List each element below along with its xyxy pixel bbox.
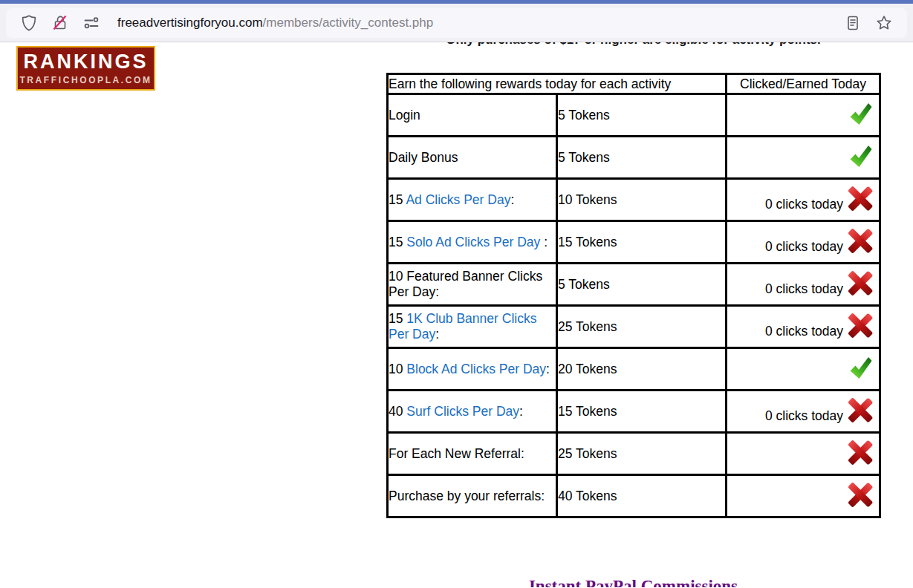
activity-prefix: Daily Bonus [389, 150, 458, 165]
header-status: Clicked/Earned Today [727, 74, 880, 94]
activity-suffix: : [435, 327, 439, 342]
cross-icon [847, 313, 874, 338]
tokens-cell: 40 Tokens [557, 475, 727, 517]
activity-prefix: 10 [389, 362, 406, 376]
activity-cell: 15 Solo Ad Clicks Per Day : [388, 221, 557, 264]
tokens-cell: 25 Tokens [557, 306, 727, 348]
activity-suffix: : [546, 362, 550, 376]
insecure-lock-icon[interactable] [51, 14, 69, 32]
header-activity: Earn the following rewards today for eac… [388, 74, 727, 94]
activity-prefix: 40 [389, 404, 406, 419]
tokens-cell: 25 Tokens [557, 433, 727, 475]
cross-icon [847, 440, 874, 465]
tokens-cell: 5 Tokens [557, 137, 727, 179]
table-row: Daily Bonus 5 Tokens [388, 137, 880, 179]
table-row: 10 Block Ad Clicks Per Day: 20 Tokens [388, 348, 880, 391]
activity-cell: Purchase by your referrals: [388, 475, 557, 517]
status-cell-inner: 0 clicks today [727, 230, 879, 255]
activity-rewards-table: Earn the following rewards today for eac… [386, 73, 881, 518]
eligibility-notice: Only purchases of $17 or higher are elig… [386, 42, 880, 48]
activity-cell: 40 Surf Clicks Per Day: [388, 391, 557, 433]
cross-icon [847, 186, 874, 211]
page-content: Only purchases of $17 or higher are elig… [0, 42, 913, 587]
activity-prefix: 10 Featured Banner Clicks Per Day: [389, 269, 542, 299]
activity-cell: For Each New Referral: [388, 433, 557, 475]
shield-icon[interactable] [20, 14, 38, 32]
activity-cell: Daily Bonus [388, 137, 557, 179]
activity-suffix: : [540, 235, 548, 249]
activity-cell: 15 Ad Clicks Per Day: [388, 179, 557, 221]
status-cell [727, 433, 880, 475]
status-cell [727, 475, 880, 517]
url-bar[interactable]: freeadvertisingforyou.com/members/activi… [6, 8, 907, 38]
table-row: Login 5 Tokens [388, 94, 880, 137]
tokens-cell: 15 Tokens [557, 391, 727, 433]
logo-subtitle: TRAFFICHOOPLA.COM [18, 75, 154, 85]
table-row: 15 1K Club Banner Clicks Per Day: 25 Tok… [388, 306, 880, 348]
url-path: /members/activity_contest.php [263, 16, 434, 30]
check-icon [848, 102, 874, 126]
activity-link[interactable]: 1K Club Banner Clicks Per Day [389, 311, 536, 342]
tokens-cell: 5 Tokens [557, 94, 727, 137]
url-domain: freeadvertisingforyou.com [117, 16, 263, 30]
reader-view-icon[interactable] [844, 14, 862, 32]
status-cell [727, 137, 880, 179]
status-text: 0 clicks today [765, 281, 843, 297]
status-cell: 0 clicks today [727, 179, 880, 221]
activity-suffix: : [519, 404, 523, 419]
permissions-icon[interactable] [82, 14, 100, 32]
status-text: 0 clicks today [765, 197, 843, 212]
activity-prefix: 15 [389, 235, 406, 249]
activity-prefix: For Each New Referral: [389, 446, 524, 461]
status-cell-inner: 0 clicks today [727, 188, 879, 212]
activity-table-body: Login 5 Tokens Daily Bonus 5 Tokens [388, 94, 880, 517]
table-row: 15 Solo Ad Clicks Per Day : 15 Tokens 0 … [388, 221, 880, 264]
status-cell: 0 clicks today [727, 264, 880, 306]
url-text[interactable]: freeadvertisingforyou.com/members/activi… [117, 16, 837, 30]
tokens-cell: 15 Tokens [557, 221, 727, 264]
status-cell-inner: 0 clicks today [727, 399, 879, 424]
status-cell-inner [727, 103, 879, 128]
status-cell [727, 348, 880, 391]
cross-icon [847, 271, 874, 295]
activity-link[interactable]: Block Ad Clicks Per Day [406, 362, 546, 376]
status-cell: 0 clicks today [727, 391, 880, 433]
activity-prefix: 15 [389, 192, 406, 207]
tokens-cell: 5 Tokens [557, 264, 727, 306]
table-row: 10 Featured Banner Clicks Per Day: 5 Tok… [388, 264, 880, 306]
logo-title: RANKINGS [18, 52, 154, 72]
bookmark-star-icon[interactable] [875, 14, 893, 32]
activity-prefix: Login [389, 108, 420, 122]
cross-icon [847, 398, 874, 422]
activity-link[interactable]: Solo Ad Clicks Per Day [406, 235, 540, 249]
status-cell: 0 clicks today [727, 306, 880, 348]
paypal-commissions-heading: Instant PayPal Commissions [386, 577, 880, 587]
table-header-row: Earn the following rewards today for eac… [388, 74, 880, 94]
table-row: 15 Ad Clicks Per Day: 10 Tokens 0 clicks… [388, 179, 880, 221]
status-text: 0 clicks today [765, 324, 843, 339]
page-actions [837, 14, 900, 32]
cross-icon [847, 483, 874, 507]
table-row: For Each New Referral: 25 Tokens [388, 433, 880, 475]
status-cell [727, 94, 880, 137]
status-cell: 0 clicks today [727, 221, 880, 264]
activity-cell: 15 1K Club Banner Clicks Per Day: [388, 306, 557, 348]
browser-toolbar: freeadvertisingforyou.com/members/activi… [0, 4, 913, 42]
activity-prefix: 15 [389, 311, 406, 326]
status-cell-inner: 0 clicks today [727, 272, 879, 297]
status-cell-inner [727, 357, 879, 382]
status-text: 0 clicks today [765, 239, 843, 255]
tokens-cell: 10 Tokens [557, 179, 727, 221]
check-icon [848, 356, 874, 380]
table-row: Purchase by your referrals: 40 Tokens [388, 475, 880, 517]
activity-link[interactable]: Surf Clicks Per Day [406, 404, 519, 419]
activity-link[interactable]: Ad Clicks Per Day [406, 192, 510, 207]
status-cell-inner: 0 clicks today [727, 315, 879, 339]
rankings-logo[interactable]: RANKINGS TRAFFICHOOPLA.COM [16, 46, 155, 91]
status-cell-inner [727, 484, 879, 509]
table-row: 40 Surf Clicks Per Day: 15 Tokens 0 clic… [388, 391, 880, 433]
activity-prefix: Purchase by your referrals: [389, 489, 545, 503]
tokens-cell: 20 Tokens [557, 348, 727, 391]
activity-cell: 10 Featured Banner Clicks Per Day: [388, 264, 557, 306]
status-cell-inner [727, 442, 879, 466]
